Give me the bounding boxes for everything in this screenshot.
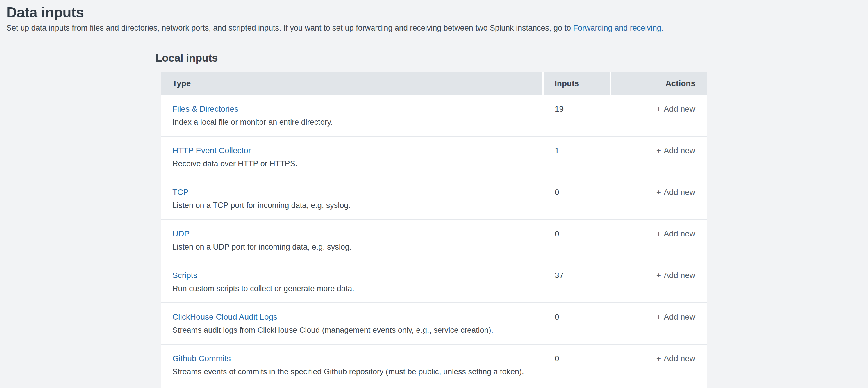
input-type-link[interactable]: HTTP Event Collector bbox=[173, 147, 251, 155]
add-new-label: Add new bbox=[664, 146, 695, 155]
type-cell: HTTP Event Collector Receive data over H… bbox=[161, 147, 544, 178]
table-row: UDP Listen on a UDP port for incoming da… bbox=[161, 220, 707, 262]
plus-icon: + bbox=[656, 188, 661, 197]
add-new-link[interactable]: +Add new bbox=[656, 271, 695, 280]
inputs-count: 0 bbox=[544, 188, 611, 219]
input-type-description: Streams audit logs from ClickHouse Cloud… bbox=[173, 326, 544, 335]
table-body: Files & Directories Index a local file o… bbox=[161, 95, 707, 388]
add-new-label: Add new bbox=[664, 354, 695, 363]
column-header-type: Type bbox=[161, 72, 542, 95]
page-header: Data inputs Set up data inputs from file… bbox=[0, 0, 868, 42]
add-new-label: Add new bbox=[664, 312, 695, 321]
plus-icon: + bbox=[656, 271, 661, 280]
page-subtitle: Set up data inputs from files and direct… bbox=[6, 23, 859, 33]
inputs-count: 0 bbox=[544, 230, 611, 261]
add-new-label: Add new bbox=[664, 188, 695, 197]
add-new-label: Add new bbox=[664, 105, 695, 113]
input-type-description: Receive data over HTTP or HTTPS. bbox=[173, 160, 544, 169]
column-header-actions: Actions bbox=[610, 72, 707, 95]
type-cell: Github Commits Streams events of commits… bbox=[161, 355, 544, 386]
table-row: Scripts Run custom scripts to collect or… bbox=[161, 262, 707, 303]
inputs-count: 1 bbox=[544, 147, 611, 178]
table-row: Files & Directories Index a local file o… bbox=[161, 95, 707, 137]
add-new-link[interactable]: +Add new bbox=[656, 146, 695, 155]
inputs-count: 19 bbox=[544, 105, 611, 136]
table-row: TCP Listen on a TCP port for incoming da… bbox=[161, 178, 707, 220]
input-type-link[interactable]: UDP bbox=[173, 230, 189, 238]
plus-icon: + bbox=[656, 229, 661, 238]
actions-cell: +Add new bbox=[611, 271, 707, 302]
input-type-link[interactable]: Files & Directories bbox=[173, 105, 238, 113]
add-new-link[interactable]: +Add new bbox=[656, 105, 695, 113]
type-cell: ClickHouse Cloud Audit Logs Streams audi… bbox=[161, 313, 544, 344]
actions-cell: +Add new bbox=[611, 313, 707, 344]
input-type-link[interactable]: Github Commits bbox=[173, 355, 231, 363]
main-content: Local inputs Type Inputs Actions Files &… bbox=[0, 42, 868, 388]
column-header-inputs: Inputs bbox=[542, 72, 610, 95]
input-type-description: Listen on a TCP port for incoming data, … bbox=[173, 201, 544, 210]
add-new-link[interactable]: +Add new bbox=[656, 188, 695, 197]
table-row: ClickHouse Cloud Audit Logs Streams audi… bbox=[161, 303, 707, 345]
page-subtitle-text: Set up data inputs from files and direct… bbox=[6, 24, 573, 32]
table-row-partial bbox=[161, 386, 707, 388]
plus-icon: + bbox=[656, 105, 661, 113]
actions-cell: +Add new bbox=[611, 105, 707, 136]
actions-cell: +Add new bbox=[611, 188, 707, 219]
type-cell: UDP Listen on a UDP port for incoming da… bbox=[161, 230, 544, 261]
input-type-description: Run custom scripts to collect or generat… bbox=[173, 285, 544, 293]
actions-cell: +Add new bbox=[611, 147, 707, 178]
inputs-count: 37 bbox=[544, 271, 611, 302]
add-new-label: Add new bbox=[664, 271, 695, 280]
forwarding-and-receiving-link[interactable]: Forwarding and receiving bbox=[573, 24, 661, 32]
add-new-link[interactable]: +Add new bbox=[656, 229, 695, 238]
input-type-link[interactable]: Scripts bbox=[173, 271, 197, 279]
add-new-link[interactable]: +Add new bbox=[656, 354, 695, 363]
plus-icon: + bbox=[656, 354, 661, 363]
add-new-link[interactable]: +Add new bbox=[656, 312, 695, 321]
inputs-count: 0 bbox=[544, 355, 611, 386]
page-title: Data inputs bbox=[6, 4, 859, 21]
table-header-row: Type Inputs Actions bbox=[161, 72, 707, 95]
plus-icon: + bbox=[656, 146, 661, 155]
input-type-link[interactable]: TCP bbox=[173, 188, 189, 196]
local-inputs-table: Type Inputs Actions Files & Directories … bbox=[161, 72, 707, 388]
type-cell: TCP Listen on a TCP port for incoming da… bbox=[161, 188, 544, 219]
local-inputs-heading: Local inputs bbox=[156, 52, 868, 64]
type-cell: Files & Directories Index a local file o… bbox=[161, 105, 544, 136]
type-cell: Scripts Run custom scripts to collect or… bbox=[161, 271, 544, 302]
table-row: HTTP Event Collector Receive data over H… bbox=[161, 137, 707, 178]
actions-cell: +Add new bbox=[611, 230, 707, 261]
input-type-description: Streams events of commits in the specifi… bbox=[173, 368, 544, 376]
inputs-count: 0 bbox=[544, 313, 611, 344]
actions-cell: +Add new bbox=[611, 355, 707, 386]
plus-icon: + bbox=[656, 312, 661, 321]
input-type-description: Listen on a UDP port for incoming data, … bbox=[173, 243, 544, 251]
add-new-label: Add new bbox=[664, 229, 695, 238]
table-row: Github Commits Streams events of commits… bbox=[161, 345, 707, 386]
input-type-link[interactable]: ClickHouse Cloud Audit Logs bbox=[173, 313, 277, 321]
input-type-description: Index a local file or monitor an entire … bbox=[173, 118, 544, 127]
page-subtitle-period: . bbox=[661, 24, 664, 32]
